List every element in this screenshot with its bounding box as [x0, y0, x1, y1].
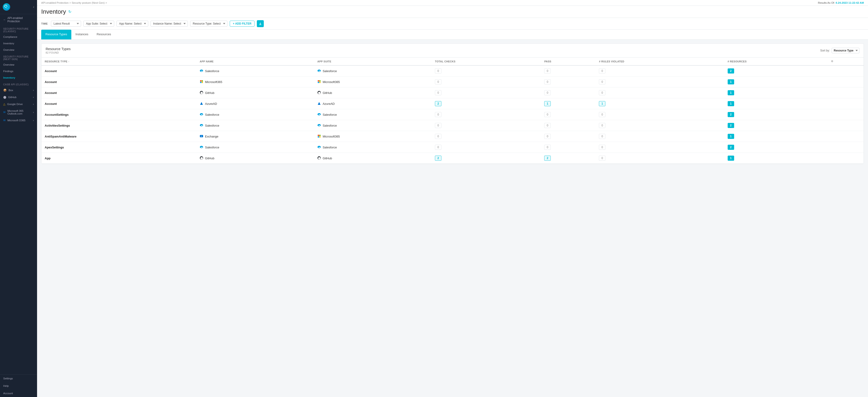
- cell-app-suite-1: Microsoft365: [314, 77, 432, 87]
- cell-app-name-1: Microsoft365: [196, 77, 314, 87]
- latest-result-select[interactable]: Latest Result: [51, 21, 81, 27]
- table-row[interactable]: Account Microsoft365 Microsoft365 0 0 0 …: [41, 77, 864, 87]
- sidebar-item-box[interactable]: 📦 Box ›: [0, 87, 37, 94]
- sidebar-collapse-button[interactable]: ‹: [33, 5, 34, 9]
- gdrive-item-left: △ Google Drive: [3, 103, 23, 106]
- svg-text:⬤: ⬤: [200, 157, 203, 160]
- sidebar-item-inventory-classic[interactable]: Inventory: [0, 40, 37, 47]
- cell-resources-1: 1: [724, 77, 828, 87]
- cell-resources-3: 1: [724, 98, 828, 109]
- tab-instances[interactable]: Instances: [71, 30, 93, 39]
- cell-settings-5: [828, 120, 864, 131]
- box-chevron-icon: ›: [33, 89, 34, 92]
- cell-resource-type-7: ApexSettings: [41, 142, 196, 153]
- panel-title-area: Resource Types 82 FOUND: [45, 47, 71, 54]
- sort-asc-icon: ↑: [68, 60, 69, 63]
- sidebar-item-help[interactable]: Help: [0, 382, 37, 390]
- app-name-cell-1: Microsoft365: [199, 80, 311, 84]
- app-name-icon-1: [199, 80, 203, 84]
- app-name-select[interactable]: App Name: Select: [117, 21, 148, 27]
- resource-type-select[interactable]: Resource Type: Select: [190, 21, 227, 27]
- section-label-nextgen: SECURITY POSTURE (NEXT GEN): [0, 53, 37, 61]
- export-button[interactable]: [257, 20, 264, 27]
- app-suite-icon-7: ☁: [317, 145, 321, 149]
- app-name-icon-8: ⬤: [199, 156, 203, 161]
- cell-app-suite-8: ⬤ GitHub: [314, 153, 432, 164]
- breadcrumb-security-posture[interactable]: Security posture (Next Gen): [71, 1, 105, 4]
- app-suite-text-1: Microsoft365: [322, 80, 340, 84]
- resources-badge-3: 1: [727, 101, 734, 106]
- sort-row: Sort by: Resource Type App Name Total Ch…: [820, 48, 860, 53]
- resource-type-value-4: AccountSettings: [45, 113, 68, 116]
- sidebar-item-github[interactable]: ⬤ GitHub ›: [0, 94, 37, 101]
- section-label-classic: SECURITY POSTURE (CLASSIC): [0, 25, 37, 34]
- app-name-icon-4: ☁: [199, 112, 203, 117]
- rules-violated-badge-4: 0: [599, 112, 606, 117]
- table-row[interactable]: App ⬤ GitHub ⬤ GitHub 2 2 0 1: [41, 153, 864, 164]
- sidebar-item-overview-ng[interactable]: Overview: [0, 61, 37, 68]
- table-row[interactable]: Account ☁ Salesforce ☁ Salesforce 0 0 0 …: [41, 65, 864, 77]
- sort-select[interactable]: Resource Type App Name Total Checks: [832, 48, 860, 53]
- sidebar-item-findings[interactable]: Findings: [0, 68, 37, 75]
- svg-rect-9: [200, 80, 202, 82]
- resource-type-value-1: Account: [45, 80, 57, 84]
- tab-resource-types[interactable]: Resource Types: [41, 30, 71, 39]
- refresh-icon[interactable]: ↻: [68, 9, 71, 14]
- table-row[interactable]: Account ⬤ GitHub ⬤ GitHub 0 0 0 1: [41, 87, 864, 98]
- table-row[interactable]: ApexSettings ☁ Salesforce ☁ Salesforce 0…: [41, 142, 864, 153]
- cell-settings-6: [828, 131, 864, 142]
- cell-app-suite-0: ☁ Salesforce: [314, 65, 432, 77]
- panel-header: Resource Types 82 FOUND Sort by: Resourc…: [41, 44, 864, 57]
- tabs-bar: Resource Types Instances Resources: [37, 30, 868, 40]
- sidebar-item-google-drive[interactable]: △ Google Drive ›: [0, 101, 37, 108]
- app-name-cell-3: AzureAD: [199, 102, 311, 106]
- app-suite-icon-3: [317, 102, 321, 106]
- cell-app-name-2: ⬤ GitHub: [196, 87, 314, 98]
- add-filter-button[interactable]: + ADD FILTER: [230, 21, 254, 27]
- topbar: API-enabled Protection > Security postur…: [37, 0, 868, 6]
- sidebar-section-title: API-enabled Protection: [7, 17, 34, 23]
- table-row[interactable]: AntiSpamAntiMalware E Exchange Microsoft…: [41, 131, 864, 142]
- sidebar-item-account[interactable]: Account: [0, 390, 37, 397]
- cell-settings-7: [828, 142, 864, 153]
- app-name-cell-4: ☁ Salesforce: [199, 112, 311, 117]
- app-name-icon-7: ☁: [199, 145, 203, 149]
- breadcrumb-api-protection[interactable]: API-enabled Protection: [41, 1, 68, 4]
- rules-violated-badge-6: 0: [599, 134, 606, 139]
- app-suite-cell-3: AzureAD: [317, 102, 429, 106]
- tab-resources[interactable]: Resources: [92, 30, 115, 39]
- cell-total-checks-1: 0: [432, 77, 541, 87]
- pass-badge-8: 2: [544, 155, 551, 161]
- table-row[interactable]: ActivitiesSettings ☁ Salesforce ☁ Salesf…: [41, 120, 864, 131]
- ms-outlook-chevron-icon: ›: [33, 111, 34, 114]
- sidebar-item-overview-classic[interactable]: Overview: [0, 47, 37, 53]
- app-name-text-6: Exchange: [205, 135, 218, 138]
- github-icon: ⬤: [3, 95, 6, 99]
- svg-rect-14: [319, 80, 320, 82]
- total-checks-badge-1: 0: [435, 79, 441, 84]
- sidebar-item-settings[interactable]: Settings: [0, 375, 37, 382]
- app-name-text-0: Salesforce: [205, 69, 219, 73]
- resource-type-value-6: AntiSpamAntiMalware: [45, 135, 76, 138]
- sidebar-item-inventory-ng[interactable]: Inventory: [0, 75, 37, 81]
- sidebar-back-button[interactable]: ← API-enabled Protection: [0, 14, 37, 25]
- cell-pass-2: 0: [541, 87, 596, 98]
- cell-app-name-7: ☁ Salesforce: [196, 142, 314, 153]
- table-row[interactable]: Account AzureAD AzureAD 2 1 1 1: [41, 98, 864, 109]
- app-name-text-7: Salesforce: [205, 146, 219, 149]
- cell-resource-type-8: App: [41, 153, 196, 164]
- cell-resource-type-6: AntiSpamAntiMalware: [41, 131, 196, 142]
- app-suite-select[interactable]: App Suite: Select: [83, 21, 114, 27]
- instance-name-select[interactable]: Instance Name: Select: [151, 21, 188, 27]
- cell-pass-0: 0: [541, 65, 596, 77]
- help-label: Help: [3, 385, 9, 387]
- inventory-classic-label: Inventory: [3, 42, 14, 45]
- app-name-text-1: Microsoft365: [205, 80, 222, 84]
- sidebar-item-compliance[interactable]: Compliance: [0, 34, 37, 40]
- pass-badge-4: 0: [544, 112, 551, 117]
- sidebar-item-ms365-outlook[interactable]: ✉ Microsoft 365 Outlook.com ›: [0, 108, 37, 117]
- table-row[interactable]: AccountSettings ☁ Salesforce ☁ Salesforc…: [41, 109, 864, 120]
- sidebar-item-ms365[interactable]: ✉ Microsoft O365 ›: [0, 117, 37, 124]
- cell-total-checks-3: 2: [432, 98, 541, 109]
- settings-gear-icon[interactable]: ⚙: [831, 60, 833, 63]
